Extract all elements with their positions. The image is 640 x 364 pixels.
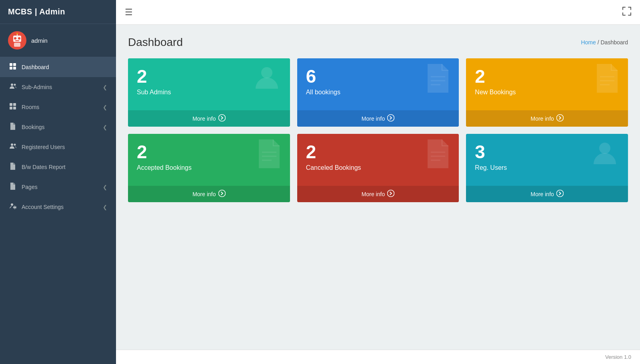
card-sub-admins[interactable]: 2 Sub Admins More info <box>128 58 290 127</box>
arrow-circle-icon <box>387 190 394 198</box>
sidebar-item-label: Sub-Admins <box>22 84 103 90</box>
sidebar-item-registered-users[interactable]: Registered Users <box>0 137 116 157</box>
more-info-label: More info <box>530 191 554 197</box>
dashboard-icon <box>9 63 17 72</box>
hamburger-button[interactable]: ☰ <box>125 7 133 18</box>
svg-point-5 <box>16 33 18 34</box>
svg-point-19 <box>14 144 16 146</box>
sidebar: MCBS | Admin admin Dashbo <box>0 0 116 364</box>
card-label: All bookings <box>306 89 340 96</box>
sidebar-item-dashboard[interactable]: Dashboard <box>0 57 116 77</box>
sidebar-item-bw-report[interactable]: B/w Dates Report <box>0 157 116 177</box>
card-count: 3 <box>475 143 507 161</box>
svg-rect-16 <box>10 107 12 109</box>
card-body: 2 Accepted Bookings <box>128 134 290 186</box>
person-icon <box>252 64 281 99</box>
dashboard-cards: 2 Sub Admins More info 6 All bookings <box>128 58 628 202</box>
card-body: 2 Sub Admins <box>128 58 290 110</box>
svg-point-2 <box>14 37 16 40</box>
sidebar-item-bookings[interactable]: Bookings ❮ <box>0 117 116 137</box>
svg-point-27 <box>388 115 394 121</box>
more-info-label: More info <box>530 115 554 122</box>
sidebar-item-label: Bookings <box>22 124 103 130</box>
svg-point-40 <box>599 143 610 154</box>
doc-icon <box>9 123 17 131</box>
nav-arrow-icon: ❮ <box>103 204 107 210</box>
breadcrumb-home[interactable]: Home <box>581 39 596 46</box>
doc-icon <box>9 183 17 191</box>
arrow-circle-icon <box>218 114 226 123</box>
svg-point-35 <box>218 190 225 197</box>
arrow-circle-icon <box>556 114 564 123</box>
sidebar-item-label: Rooms <box>22 104 103 110</box>
sidebar-item-rooms[interactable]: Rooms ❮ <box>0 97 116 117</box>
brand-title: MCBS | Admin <box>0 0 116 24</box>
more-info-label: More info <box>192 191 216 197</box>
sidebar-item-label: Pages <box>22 184 103 190</box>
svg-point-12 <box>11 84 13 86</box>
card-canceled-bookings[interactable]: 2 Canceled Bookings More info <box>297 134 459 202</box>
sidebar-item-label: Dashboard <box>22 64 107 70</box>
card-more-info[interactable]: More info <box>128 186 290 202</box>
svg-point-18 <box>11 143 13 146</box>
card-accepted-bookings[interactable]: 2 Accepted Bookings More info <box>128 134 290 202</box>
svg-point-31 <box>556 115 563 121</box>
card-reg-users[interactable]: 3 Reg. Users More info <box>466 134 628 202</box>
svg-point-23 <box>218 115 225 121</box>
more-info-label: More info <box>362 115 385 122</box>
version-label: Version 1.0 <box>605 354 631 360</box>
card-body: 6 All bookings <box>297 58 459 110</box>
svg-rect-10 <box>10 67 12 70</box>
doc-icon <box>426 64 450 99</box>
svg-rect-6 <box>14 43 20 47</box>
card-more-info[interactable]: More info <box>466 186 628 202</box>
card-all-bookings[interactable]: 6 All bookings More info <box>297 58 459 127</box>
card-count: 6 <box>306 67 340 86</box>
fullscreen-button[interactable] <box>622 7 631 18</box>
page-header: Dashboard Home / Dashboard <box>128 36 628 49</box>
arrow-circle-icon <box>387 114 394 123</box>
doc-icon <box>595 64 619 99</box>
sidebar-item-label: Account Settings <box>22 204 103 210</box>
card-more-info[interactable]: More info <box>466 110 628 127</box>
svg-rect-7 <box>15 40 19 41</box>
footer: Version 1.0 <box>116 350 640 364</box>
doc-icon <box>426 139 450 174</box>
card-more-info[interactable]: More info <box>128 110 290 127</box>
card-new-bookings[interactable]: 2 New Bookings More info <box>466 58 628 127</box>
svg-rect-17 <box>13 107 16 109</box>
card-more-info[interactable]: More info <box>297 110 459 127</box>
svg-rect-15 <box>13 103 16 106</box>
breadcrumb-separator: / <box>598 39 601 46</box>
avatar <box>8 31 26 50</box>
svg-rect-8 <box>10 63 12 66</box>
doc-icon <box>257 139 281 174</box>
svg-rect-11 <box>13 67 16 70</box>
svg-point-3 <box>18 37 20 40</box>
sidebar-nav: Dashboard Sub-Admins ❮ Rooms ❮ Bookings … <box>0 57 116 217</box>
sidebar-item-account-settings[interactable]: Account Settings ❮ <box>0 197 116 217</box>
grid-icon <box>9 103 17 111</box>
user-profile: admin <box>0 24 116 57</box>
arrow-circle-icon <box>556 190 564 198</box>
card-label: Accepted Bookings <box>137 164 192 171</box>
sidebar-item-sub-admins[interactable]: Sub-Admins ❮ <box>0 77 116 97</box>
sidebar-item-pages[interactable]: Pages ❮ <box>0 177 116 197</box>
person-gear-icon <box>9 203 17 211</box>
card-label: New Bookings <box>475 89 516 96</box>
people-icon <box>9 83 17 91</box>
people-icon <box>9 143 17 151</box>
arrow-circle-icon <box>218 190 226 198</box>
card-label: Reg. Users <box>475 164 507 171</box>
card-body: 2 Canceled Bookings <box>297 134 459 186</box>
card-more-info[interactable]: More info <box>297 186 459 202</box>
nav-arrow-icon: ❮ <box>103 124 107 130</box>
breadcrumb: Home / Dashboard <box>581 39 628 46</box>
svg-point-13 <box>14 84 16 86</box>
svg-point-20 <box>11 203 13 206</box>
card-count: 2 <box>137 67 171 86</box>
nav-arrow-icon: ❮ <box>103 104 107 110</box>
main-area: ☰ Dashboard Home / Dashboard <box>116 0 640 364</box>
card-count: 2 <box>306 143 361 161</box>
breadcrumb-current: Dashboard <box>601 39 628 46</box>
